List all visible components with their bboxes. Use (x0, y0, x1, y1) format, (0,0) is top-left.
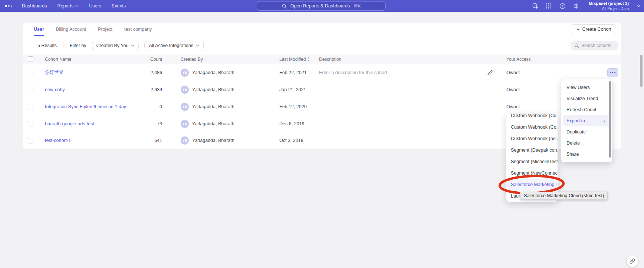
cohort-count: 73 (126, 121, 162, 126)
created-by-filter[interactable]: Created By You (92, 41, 139, 50)
last-modified: Feb 12, 2020 (279, 104, 319, 109)
menu-item-delete[interactable]: Delete (561, 138, 612, 149)
menu-item-share[interactable]: Share (561, 149, 612, 160)
last-modified: Feb 22, 2021 (279, 70, 319, 75)
avatar: YB (181, 69, 189, 77)
menu-item-export-to[interactable]: Export to... › (563, 115, 610, 126)
row-checkbox[interactable] (28, 87, 33, 92)
apps-grid-icon[interactable] (545, 3, 552, 9)
cohort-name-link[interactable]: test-cohort-1 (45, 138, 71, 143)
nav-users[interactable]: Users (89, 3, 101, 9)
nav-dashboards[interactable]: Dashboards (22, 3, 47, 9)
nav-events[interactable]: Events (112, 3, 126, 9)
select-all-checkbox[interactable] (28, 56, 33, 62)
submenu-item-segment-deepak[interactable]: Segment (Deepak con... (506, 145, 558, 156)
submenu-item-segment-michelletest[interactable]: Segment (MichelleTest) (506, 156, 558, 168)
more-options-button[interactable] (607, 68, 618, 77)
cohort-count: 641 (126, 138, 162, 143)
cohort-name-link[interactable]: 你好世界 (45, 70, 63, 75)
global-search-placeholder: Open Reports & Dashboards (290, 3, 350, 9)
nav-reports[interactable]: Reports (57, 3, 79, 9)
nav-reports-label: Reports (57, 3, 73, 9)
create-cohort-button[interactable]: + Create Cohort (572, 24, 616, 34)
link-icon (630, 258, 635, 264)
last-modified: Oct 3, 2019 (279, 138, 319, 143)
tab-test-company[interactable]: test company (124, 23, 152, 36)
submenu-item-custom-webhook-2[interactable]: Custom Webhook (Co... (506, 122, 558, 133)
tabs-row: User Billing Account Project test compan… (23, 23, 621, 36)
tab-project[interactable]: Project (98, 23, 112, 36)
col-count: Count (126, 57, 162, 62)
project-chevron-down-icon[interactable] (637, 5, 640, 7)
tab-billing-account[interactable]: Billing Account (56, 23, 86, 36)
table-header: Cohort Name Count Created By Last Modifi… (23, 54, 621, 64)
cohort-context-menu: View Users Visualize Trend Refresh Count… (561, 79, 612, 162)
data-management-icon[interactable] (532, 3, 538, 9)
filter-row: 5 Results Filter by Created By You All A… (23, 36, 621, 54)
cohort-name-link[interactable]: Integration Sync Failed 6 times in 1 day (45, 104, 126, 109)
creator-name: Yarlagadda, Bharath (192, 104, 234, 109)
row-checkbox[interactable] (28, 138, 33, 143)
creator-name: Yarlagadda, Bharath (192, 87, 234, 92)
cohort-name-link[interactable]: new-cohy (45, 87, 65, 92)
submenu-item-salesforce-marketing-cloud[interactable]: Salesforce Marketing C... (507, 179, 556, 191)
submenu-item-custom-webhook-1[interactable]: Custom Webhook (Cu... (506, 114, 558, 122)
chevron-down-icon (75, 5, 79, 7)
row-checkbox[interactable] (28, 70, 33, 75)
help-icon[interactable]: ? (559, 3, 566, 9)
search-icon (574, 43, 579, 48)
table-row: 你好世界 2,486 YB Yarlagadda, Bharath Feb 22… (23, 64, 621, 81)
chevron-down-icon (196, 44, 199, 47)
col-last-modified: Last Modified (279, 57, 306, 62)
salesforce-tooltip: Salesforce Marketing Cloud (sfmc-test) (520, 192, 608, 200)
col-created-by: Created By (162, 57, 279, 62)
sort-icon[interactable] (307, 57, 310, 61)
plus-icon: + (576, 26, 579, 32)
creator-name: Yarlagadda, Bharath (192, 121, 234, 126)
submenu-arrow-icon: › (603, 115, 605, 126)
edit-pencil-icon[interactable] (487, 70, 493, 76)
cohort-count: 2,639 (126, 87, 162, 92)
settings-gear-icon[interactable] (573, 3, 579, 9)
row-checkbox[interactable] (28, 121, 33, 126)
cohort-name-link[interactable]: bharath-google-ads-test (45, 121, 94, 126)
export-submenu: Custom Webhook (Cu... Custom Webhook (Co… (506, 114, 558, 202)
menu-item-duplicate[interactable]: Duplicate (561, 126, 612, 138)
table-row: new-cohy 2,639 YB Yarlagadda, Bharath Ja… (23, 81, 621, 98)
menu-scrollbar[interactable] (609, 81, 611, 158)
last-modified: Dec 6, 2019 (279, 121, 319, 126)
svg-text:?: ? (562, 4, 564, 8)
last-modified: Jan 21, 2021 (279, 87, 319, 92)
submenu-item-custom-webhook-3[interactable]: Custom Webhook (ne... (506, 133, 558, 145)
menu-item-visualize-trend[interactable]: Visualize Trend (561, 93, 612, 104)
tab-user[interactable]: User (34, 23, 44, 36)
avatar: YB (181, 86, 189, 94)
access-level: Owner (506, 104, 520, 109)
search-cohorts-input[interactable] (581, 43, 615, 48)
description-placeholder[interactable]: Enter a description for this cohort (319, 70, 387, 75)
shortcut-hint: ⌘K (354, 3, 361, 9)
filter-by-label: Filter by (70, 43, 86, 48)
avatar: YB (181, 136, 189, 145)
project-scope: All Project Data (589, 6, 629, 11)
global-search[interactable]: Open Reports & Dashboards ⌘K (257, 1, 386, 11)
copy-link-button[interactable] (627, 255, 638, 267)
table-row: Integration Sync Failed 6 times in 1 day… (23, 98, 621, 115)
submenu-scrollbar[interactable] (640, 55, 643, 87)
creator-name: Yarlagadda, Bharath (192, 138, 234, 143)
integrations-filter[interactable]: All Active Integrations (144, 41, 204, 50)
integrations-filter-label: All Active Integrations (149, 43, 193, 48)
submenu-item-segment-newconnec[interactable]: Segment (NewConnec... (506, 168, 558, 179)
menu-item-view-users[interactable]: View Users (561, 82, 612, 93)
row-checkbox[interactable] (28, 104, 33, 109)
search-icon (282, 4, 287, 9)
top-nav: Dashboards Reports Users Events Open Rep… (0, 0, 644, 12)
col-description: Description (319, 57, 506, 62)
access-level: Owner (506, 87, 520, 92)
col-cohort-name: Cohort Name (45, 57, 126, 62)
export-to-label: Export to... (566, 115, 589, 126)
menu-item-refresh-count[interactable]: Refresh Count (561, 104, 612, 115)
project-switcher[interactable]: Mixpanel (project 3) All Project Data (589, 1, 629, 11)
divider (63, 43, 63, 48)
mixpanel-logo-icon[interactable] (5, 5, 12, 7)
